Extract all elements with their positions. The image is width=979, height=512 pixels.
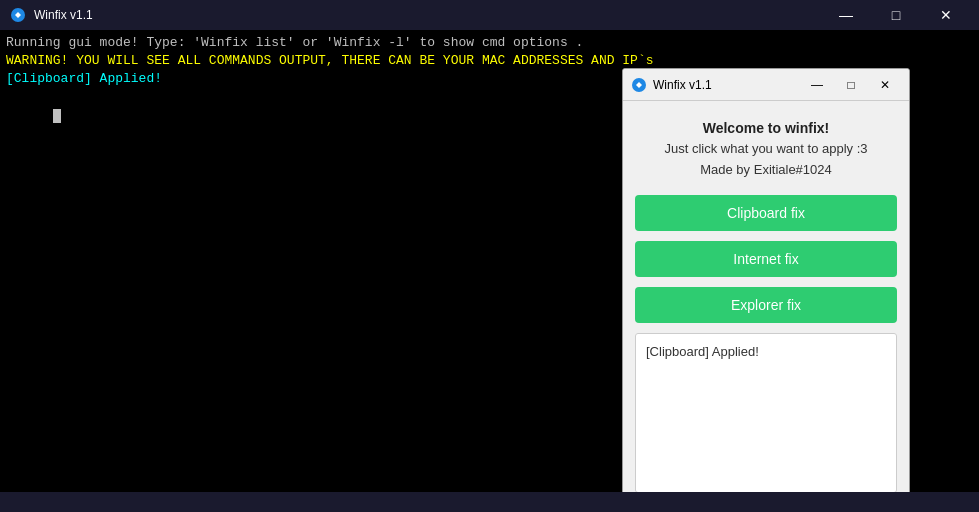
gui-controls: — □ ✕ — [801, 74, 901, 96]
gui-window: Winfix v1.1 — □ ✕ Welcome to winfix! Jus… — [622, 68, 910, 506]
gui-minimize-button[interactable]: — — [801, 74, 833, 96]
gui-close-button[interactable]: ✕ — [869, 74, 901, 96]
terminal-minimize-button[interactable]: — — [823, 0, 869, 30]
welcome-author: Made by Exitiale#1024 — [635, 160, 897, 181]
gui-titlebar: Winfix v1.1 — □ ✕ — [623, 69, 909, 101]
gui-maximize-button[interactable]: □ — [835, 74, 867, 96]
welcome-text: Welcome to winfix! Just click what you w… — [635, 117, 897, 181]
internet-fix-button[interactable]: Internet fix — [635, 241, 897, 277]
gui-body: Welcome to winfix! Just click what you w… — [623, 101, 909, 505]
output-area: [Clipboard] Applied! — [635, 333, 897, 493]
explorer-fix-button[interactable]: Explorer fix — [635, 287, 897, 323]
winfix-gui-icon — [631, 77, 647, 93]
welcome-title: Welcome to winfix! — [635, 117, 897, 139]
terminal-maximize-button[interactable]: □ — [873, 0, 919, 30]
terminal-controls: — □ ✕ — [823, 0, 969, 30]
taskbar — [0, 492, 979, 512]
welcome-subtitle: Just click what you want to apply :3 — [635, 139, 897, 160]
clipboard-fix-button[interactable]: Clipboard fix — [635, 195, 897, 231]
terminal-line-1: Running gui mode! Type: 'Winfix list' or… — [6, 34, 973, 52]
output-text: [Clipboard] Applied! — [646, 344, 759, 359]
terminal-title: Winfix v1.1 — [34, 8, 815, 22]
terminal-close-button[interactable]: ✕ — [923, 0, 969, 30]
terminal-titlebar: Winfix v1.1 — □ ✕ — [0, 0, 979, 30]
terminal-cursor — [53, 109, 61, 123]
winfix-terminal-icon — [10, 7, 26, 23]
gui-title: Winfix v1.1 — [653, 78, 795, 92]
